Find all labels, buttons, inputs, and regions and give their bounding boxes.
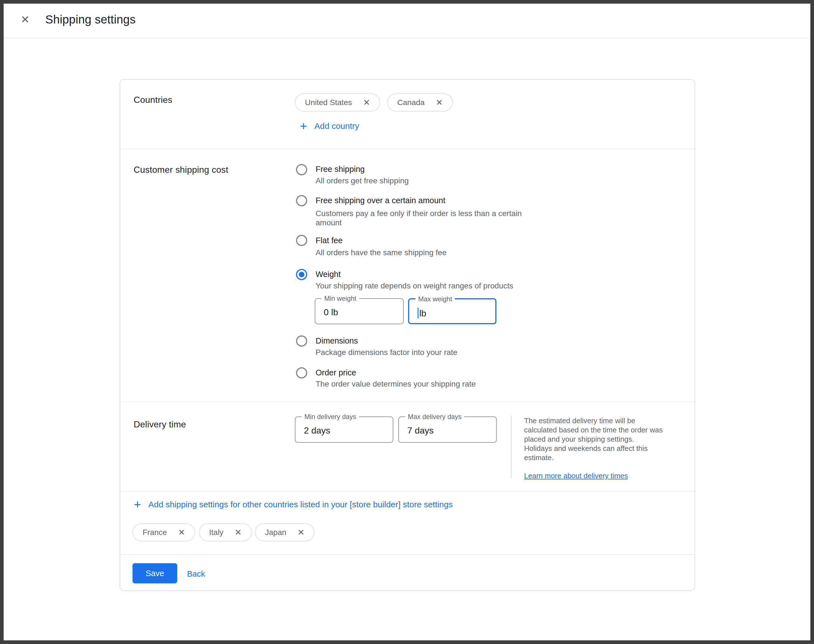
min-weight-value: 0 lb (324, 307, 338, 317)
section-divider (120, 149, 694, 149)
remove-country-icon[interactable]: ✕ (297, 527, 304, 537)
remove-country-icon[interactable]: ✕ (363, 98, 370, 107)
plus-icon: + (134, 498, 141, 511)
radio-free-shipping[interactable] (296, 164, 307, 175)
text-cursor (418, 308, 418, 318)
radio-order-price[interactable] (296, 367, 307, 379)
add-shipping-settings-button[interactable]: + Add shipping settings for other countr… (134, 498, 453, 511)
country-chip-france[interactable]: France ✕ (132, 523, 195, 541)
chip-label: Italy (209, 528, 223, 537)
add-country-label: Add country (314, 121, 359, 131)
country-chip-united-states[interactable]: United States ✕ (295, 94, 380, 112)
radio-dimensions-desc: Package dimensions factor into your rate (316, 348, 457, 357)
delivery-time-label: Delivery time (133, 419, 186, 429)
note-line: The estimated delivery time will be (524, 416, 663, 425)
section-divider (120, 402, 694, 402)
max-delivery-days-label: Max delivery days (405, 413, 464, 421)
shipping-settings-card: Countries United States ✕ Canada ✕ + Add… (120, 79, 695, 591)
radio-flat-fee-title[interactable]: Flat fee (316, 236, 343, 245)
max-weight-value: lb (418, 308, 426, 319)
add-country-button[interactable]: + Add country (300, 120, 359, 132)
max-weight-field[interactable]: Max weight lb (408, 298, 497, 324)
chip-label: Japan (265, 528, 286, 537)
country-chip-japan[interactable]: Japan ✕ (255, 523, 314, 541)
learn-more-delivery-times-link[interactable]: Learn more about delivery times (524, 472, 663, 480)
dialog-header: ✕ Shipping settings (0, 0, 814, 38)
max-delivery-days-value: 7 days (407, 425, 434, 436)
remove-country-icon[interactable]: ✕ (436, 98, 443, 107)
radio-weight[interactable] (296, 269, 307, 280)
chip-label: United States (305, 98, 352, 107)
radio-order-price-title[interactable]: Order price (316, 368, 356, 377)
plus-icon: + (300, 120, 307, 132)
section-divider (120, 554, 694, 555)
remove-country-icon[interactable]: ✕ (235, 527, 242, 537)
close-icon[interactable]: ✕ (18, 14, 32, 27)
radio-flat-fee-desc: All orders have the same shipping fee (316, 248, 447, 257)
page-title: Shipping settings (45, 13, 136, 26)
delivery-note: The estimated delivery time will be calc… (524, 416, 663, 480)
radio-flat-fee[interactable] (296, 235, 307, 246)
radio-weight-title[interactable]: Weight (316, 270, 341, 279)
customer-shipping-cost-label: Customer shipping cost (133, 165, 228, 175)
back-button[interactable]: Back (187, 569, 205, 579)
note-line: placed and your shipping settings. (524, 435, 663, 444)
chip-label: France (143, 528, 167, 537)
radio-dimensions-title[interactable]: Dimensions (316, 336, 358, 345)
note-line: Holidays and weekends can affect this (524, 444, 663, 453)
countries-label: Countries (133, 95, 172, 105)
min-delivery-days-field[interactable]: Min delivery days 2 days (295, 417, 393, 443)
max-weight-label: Max weight (415, 295, 455, 303)
max-delivery-days-field[interactable]: Max delivery days 7 days (399, 417, 497, 443)
radio-weight-desc: Your shipping rate depends on weight ran… (316, 281, 513, 290)
section-divider (120, 491, 694, 492)
min-delivery-days-value: 2 days (304, 425, 330, 436)
radio-free-shipping-title[interactable]: Free shipping (316, 165, 365, 174)
min-delivery-days-label: Min delivery days (302, 413, 359, 421)
country-chip-canada[interactable]: Canada ✕ (387, 94, 453, 112)
note-line: estimate. (524, 453, 663, 462)
add-shipping-settings-label: Add shipping settings for other countrie… (149, 500, 453, 509)
radio-order-price-desc: The order value determines your shipping… (316, 379, 476, 388)
radio-dimensions[interactable] (296, 336, 307, 347)
chip-label: Canada (397, 98, 425, 107)
radio-free-shipping-over-amount-title[interactable]: Free shipping over a certain amount (316, 196, 445, 205)
radio-free-shipping-over-amount-desc: Customers pay a fee only if their order … (316, 209, 523, 227)
min-weight-label: Min weight (322, 294, 359, 302)
radio-free-shipping-desc: All orders get free shipping (316, 176, 409, 185)
note-line: calculated based on the time the order w… (524, 425, 663, 435)
radio-free-shipping-over-amount[interactable] (296, 195, 307, 206)
vertical-divider (511, 416, 512, 478)
country-chip-italy[interactable]: Italy ✕ (199, 523, 252, 541)
min-weight-field[interactable]: Min weight 0 lb (315, 298, 404, 324)
remove-country-icon[interactable]: ✕ (178, 527, 185, 537)
save-button[interactable]: Save (132, 563, 177, 583)
